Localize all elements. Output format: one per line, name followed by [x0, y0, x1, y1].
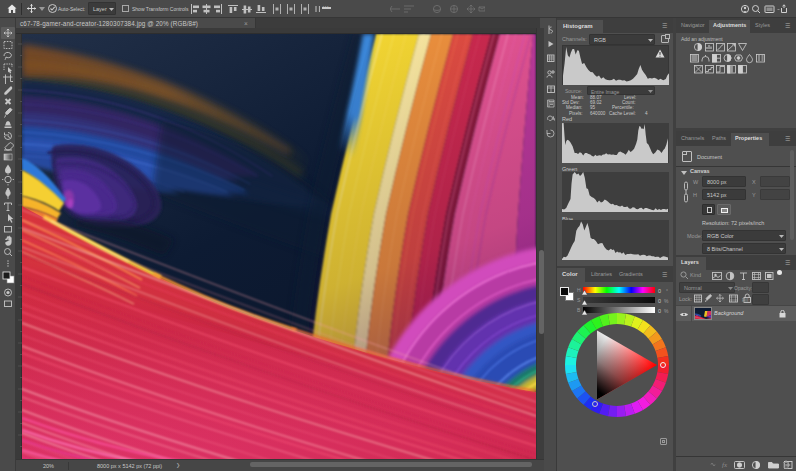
svg-text:fx: fx	[722, 461, 728, 469]
